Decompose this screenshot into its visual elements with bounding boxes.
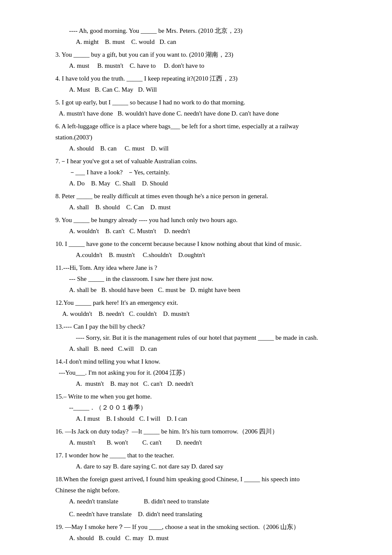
question-8-options: A. shall B. should C. Can D. must: [55, 202, 337, 212]
question-16-options: A. mustn't B. won't C. can't D. needn't: [55, 437, 337, 448]
question-intro1: ---- Ah, good morning. You _____ be Mrs.…: [55, 26, 337, 47]
question-4-text: 4. I have told you the truth. _____ I ke…: [55, 73, 337, 84]
question-15-text1: 15.– Write to me when you get home.: [55, 391, 337, 402]
question-3-options: A. must B. mustn't C. have to D. don't h…: [55, 61, 337, 71]
question-9-options: A. wouldn't B. can't C. Mustn't D. needn…: [55, 226, 337, 236]
question-13: 13.---- Can I pay the bill by check? ---…: [55, 321, 337, 354]
question-6-text2: station.(2003'): [55, 132, 337, 142]
question-13-text2: ---- Sorry, sir. But it is the managemen…: [55, 332, 337, 343]
question-3: 3. You _____ buy a gift, but you can if …: [55, 49, 337, 71]
question-12: 12.You _____ park here! It's an emergenc…: [55, 298, 337, 319]
question-17: 17. I wonder how he _____ that to the te…: [55, 450, 337, 471]
question-6-text1: 6. A left-luggage office is a place wher…: [55, 121, 337, 131]
question-10-options: A.couldn't B. mustn't C.shouldn't D.ough…: [55, 250, 337, 260]
question-15-text2: --_____．（２００１春季）: [55, 402, 337, 413]
question-8: 8. Peter _____ be really difficult at ti…: [55, 191, 337, 212]
question-5-options: A. mustn't have done B. wouldn't have do…: [55, 108, 337, 119]
question-4-options: A. Must B. Can C. May D. Will: [55, 84, 337, 95]
question-10-text: 10. I _____ have gone to the concernt be…: [55, 239, 337, 249]
question-16: 16. —Is Jack on duty today? —It _____ be…: [55, 426, 337, 448]
question-16-text: 16. —Is Jack on duty today? —It _____ be…: [55, 426, 337, 436]
question-15-options: A. I must B. I should C. I will D. I can: [55, 413, 337, 424]
question-8-text: 8. Peter _____ be really difficult at ti…: [55, 191, 337, 201]
question-18-options-c-d: C. needn't have translate D. didn't need…: [55, 509, 337, 519]
question-5: 5. I got up early, but I _____ so becaus…: [55, 97, 337, 119]
question-14-text2: ---You___. I'm not asking you for it. (2…: [55, 367, 337, 378]
question-19-text: 19. —May I smoke here？— If you ____, cho…: [55, 522, 337, 532]
question-7-options: A. Do B. May C. Shall D. Should: [55, 178, 337, 188]
question-18-text1: 18.When the foreign guest arrived, I fou…: [55, 474, 337, 484]
question-18-text2: Chinese the night before.: [55, 485, 337, 495]
question-7-text2: －___ I have a look? －Yes, certainly.: [55, 167, 337, 177]
question-intro1-options: A. might B. must C. would D. can: [55, 37, 337, 47]
question-7: 7.－I hear you've got a set of valuable A…: [55, 156, 337, 188]
question-10: 10. I _____ have gone to the concernt be…: [55, 239, 337, 260]
question-intro1-text: ---- Ah, good morning. You _____ be Mrs.…: [55, 26, 337, 36]
question-14-options: A. mustn't B. may not C. can't D. needn'…: [55, 379, 337, 389]
question-3-text: 3. You _____ buy a gift, but you can if …: [55, 49, 337, 60]
question-11: 11.---Hi, Tom. Any idea where Jane is ? …: [55, 263, 337, 295]
question-9: 9. You _____ be hungry already ---- you …: [55, 215, 337, 236]
question-5-text: 5. I got up early, but I _____ so becaus…: [55, 97, 337, 107]
question-19: 19. —May I smoke here？— If you ____, cho…: [55, 522, 337, 543]
exam-content: ---- Ah, good morning. You _____ be Mrs.…: [55, 26, 337, 543]
question-17-text: 17. I wonder how he _____ that to the te…: [55, 450, 337, 460]
question-19-options: A. should B. could C. may D. must: [55, 533, 337, 543]
question-6-options: A. should B. can C. must D. will: [55, 143, 337, 153]
question-4: 4. I have told you the truth. _____ I ke…: [55, 73, 337, 95]
question-13-text1: 13.---- Can I pay the bill by check?: [55, 321, 337, 332]
question-14-text1: 14.-I don't mind telling you what I know…: [55, 356, 337, 367]
question-18: 18.When the foreign guest arrived, I fou…: [55, 474, 337, 519]
question-11-text2: --- She _____ in the classroom. I saw he…: [55, 274, 337, 284]
question-12-text: 12.You _____ park here! It's an emergenc…: [55, 298, 337, 308]
question-13-options: A. shall B. need C.will D. can: [55, 344, 337, 354]
question-14: 14.-I don't mind telling you what I know…: [55, 356, 337, 389]
question-11-text1: 11.---Hi, Tom. Any idea where Jane is ?: [55, 263, 337, 273]
question-11-options: A. shall be B. should have been C. must …: [55, 285, 337, 295]
question-15: 15.– Write to me when you get home. --__…: [55, 391, 337, 424]
question-7-text1: 7.－I hear you've got a set of valuable A…: [55, 156, 337, 166]
question-12-options: A. wouldn't B. needn't C. couldn't D. mu…: [55, 309, 337, 319]
question-17-options: A. dare to say B. dare saying C. not dar…: [55, 461, 337, 471]
question-6: 6. A left-luggage office is a place wher…: [55, 121, 337, 153]
question-18-options-a-b: A. needn't translate B. didn't need to t…: [55, 496, 337, 506]
question-9-text: 9. You _____ be hungry already ---- you …: [55, 215, 337, 225]
